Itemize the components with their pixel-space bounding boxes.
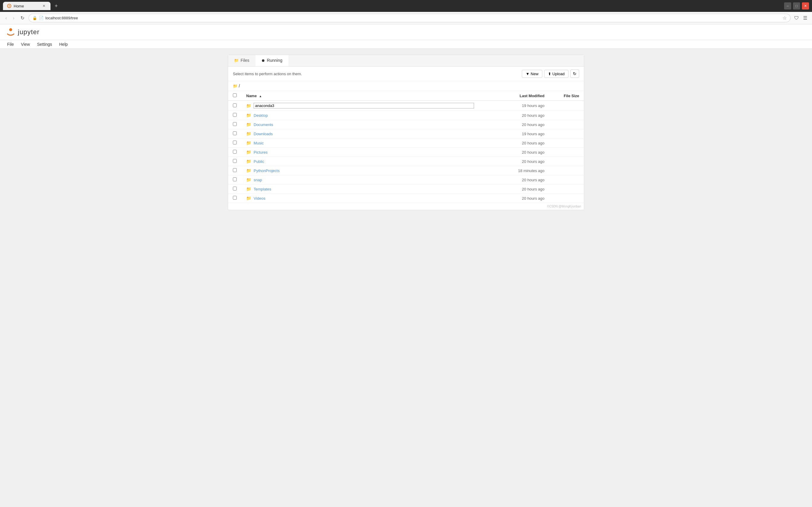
row-size-cell — [549, 101, 584, 111]
back-button[interactable]: ‹ — [4, 14, 9, 22]
row-name-cell: 📁Videos — [242, 194, 480, 203]
menu-button[interactable]: ☰ — [802, 14, 808, 22]
tab-bar: Home ✕ + — [3, 2, 60, 10]
row-checkbox[interactable] — [233, 140, 237, 145]
forward-button[interactable]: › — [11, 14, 16, 22]
row-size-cell — [549, 166, 584, 175]
file-name-link[interactable]: PythonProjects — [254, 169, 279, 173]
row-checkbox[interactable] — [233, 168, 237, 172]
column-size-header[interactable]: File Size — [549, 91, 584, 101]
row-size-cell — [549, 111, 584, 120]
table-row: 📁Videos20 hours ago — [228, 194, 584, 203]
row-size-cell — [549, 157, 584, 166]
file-table-body: 📁19 hours ago📁Desktop20 hours ago📁Docume… — [228, 101, 584, 203]
row-checkbox-cell — [228, 157, 242, 166]
file-name-link[interactable]: Videos — [254, 196, 265, 201]
row-checkbox-cell — [228, 194, 242, 203]
row-modified-cell: 20 hours ago — [480, 157, 549, 166]
tab-running[interactable]: ⏺ Running — [255, 55, 289, 66]
row-size-cell — [549, 120, 584, 129]
tab-title: Home — [14, 4, 24, 8]
bookmark-button[interactable]: ☆ — [783, 15, 787, 21]
breadcrumb: 📁 / — [228, 81, 584, 91]
menu-file[interactable]: File — [6, 41, 15, 47]
file-name-link[interactable]: Public — [254, 159, 264, 164]
row-size-cell — [549, 175, 584, 184]
file-name-link[interactable]: Pictures — [254, 150, 268, 155]
file-row-name: 📁Desktop — [246, 113, 476, 118]
folder-icon: 📁 — [246, 196, 251, 201]
svg-point-1 — [9, 5, 10, 6]
column-name-label: Name — [246, 94, 257, 98]
toolbar-info-text: Select items to perform actions on them. — [233, 72, 302, 76]
refresh-button[interactable]: ↻ — [19, 14, 26, 22]
row-checkbox[interactable] — [233, 131, 237, 135]
file-name-link[interactable]: Templates — [254, 187, 271, 191]
row-name-cell: 📁Public — [242, 157, 480, 166]
close-button[interactable]: ✕ — [802, 2, 809, 9]
row-name-cell: 📁Downloads — [242, 129, 480, 138]
row-checkbox[interactable] — [233, 122, 237, 126]
row-checkbox[interactable] — [233, 159, 237, 163]
menu-view[interactable]: View — [20, 41, 31, 47]
file-name-link[interactable]: Desktop — [254, 113, 268, 118]
row-checkbox-cell — [228, 101, 242, 111]
file-name-link[interactable]: Music — [254, 141, 264, 145]
row-checkbox-cell — [228, 120, 242, 129]
folder-icon: 📁 — [246, 103, 251, 108]
row-name-cell: 📁snap — [242, 175, 480, 184]
new-tab-button[interactable]: + — [52, 2, 60, 10]
browser-tab[interactable]: Home ✕ — [3, 2, 51, 10]
folder-icon: 📁 — [246, 140, 251, 145]
row-size-cell — [549, 129, 584, 138]
row-checkbox[interactable] — [233, 187, 237, 190]
toolbar-actions: ▼ New ⬆ Upload ↻ — [522, 69, 579, 78]
table-row: 📁Documents20 hours ago — [228, 120, 584, 129]
folder-icon: 📁 — [246, 131, 251, 136]
tab-favicon — [7, 4, 11, 8]
menu-help[interactable]: Help — [58, 41, 69, 47]
row-checkbox[interactable] — [233, 177, 237, 181]
refresh-files-button[interactable]: ↻ — [570, 69, 579, 78]
select-all-header[interactable] — [228, 91, 242, 101]
jupyter-logo: jupyter — [6, 27, 40, 37]
select-all-checkbox[interactable] — [233, 93, 237, 97]
table-row: 📁Music20 hours ago — [228, 138, 584, 148]
file-row-name: 📁Downloads — [246, 131, 476, 136]
file-manager: 📁 Files ⏺ Running Select items to perfor… — [228, 55, 584, 210]
row-checkbox[interactable] — [233, 113, 237, 117]
watermark: ©CSDN @WongKyunban — [228, 203, 584, 210]
file-name-input[interactable] — [254, 103, 474, 108]
page-icon: 📄 — [39, 16, 44, 20]
row-checkbox[interactable] — [233, 150, 237, 154]
shield-icon: 🔒 — [33, 16, 37, 20]
menu-settings[interactable]: Settings — [36, 41, 54, 47]
upload-button-label: Upload — [552, 72, 565, 76]
file-row-name: 📁 — [246, 103, 476, 108]
file-name-link[interactable]: Downloads — [254, 132, 273, 136]
file-name-link[interactable]: Documents — [254, 122, 273, 127]
browser-chrome: Home ✕ + – □ ✕ — [0, 0, 812, 12]
file-name-link[interactable]: snap — [254, 178, 262, 182]
row-modified-cell: 20 hours ago — [480, 148, 549, 157]
nav-extra-buttons: 🛡 ☰ — [793, 14, 808, 22]
column-modified-label: Last Modified — [519, 94, 544, 98]
column-modified-header[interactable]: Last Modified — [480, 91, 549, 101]
row-checkbox[interactable] — [233, 196, 237, 200]
upload-button[interactable]: ⬆ Upload — [544, 70, 568, 78]
menu-bar: File View Settings Help — [0, 40, 812, 49]
row-modified-cell: 20 hours ago — [480, 184, 549, 194]
shield-button[interactable]: 🛡 — [793, 14, 800, 22]
folder-icon: 📁 — [246, 187, 251, 191]
minimize-button[interactable]: – — [784, 2, 791, 9]
row-checkbox[interactable] — [233, 103, 237, 107]
row-size-cell — [549, 138, 584, 148]
tab-files[interactable]: 📁 Files — [228, 55, 255, 66]
column-name-header[interactable]: Name ▲ — [242, 91, 480, 101]
file-row-name: 📁PythonProjects — [246, 168, 476, 173]
tab-close-button[interactable]: ✕ — [42, 4, 46, 8]
new-button[interactable]: ▼ New — [522, 70, 542, 78]
row-name-cell: 📁 — [242, 101, 480, 111]
address-input[interactable] — [46, 16, 781, 20]
maximize-button[interactable]: □ — [793, 2, 800, 9]
